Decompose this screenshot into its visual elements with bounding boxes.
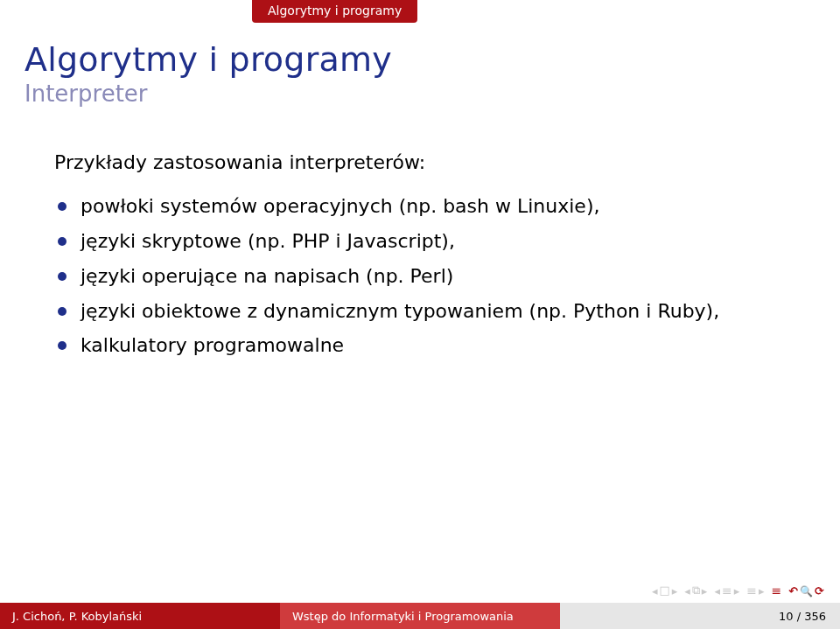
list-item: języki operujące na napisach (np. Perl) [54, 262, 786, 290]
slide-title: Algorytmy i programy [24, 40, 392, 79]
nav-next-icon[interactable] [672, 585, 678, 597]
nav-prev-icon[interactable] [652, 585, 658, 597]
footer-author: J. Cichoń, P. Kobylański [12, 610, 142, 623]
footer: J. Cichoń, P. Kobylański Wstęp do Inform… [0, 603, 840, 629]
nav-frame-icon[interactable] [660, 585, 670, 597]
nav-next-section-icon[interactable] [702, 585, 708, 597]
intro-text: Przykłady zastosowania interpreterów: [54, 149, 786, 177]
nav-controls [652, 580, 824, 601]
nav-next-slide-icon[interactable] [734, 585, 740, 597]
footer-author-cell: J. Cichoń, P. Kobylański [0, 603, 280, 629]
list-item-label: języki skryptowe (np. PHP i Javascript), [80, 230, 455, 252]
list-item-label: języki obiektowe z dynamicznym typowanie… [80, 300, 719, 322]
footer-page: 10 / 356 [779, 610, 826, 623]
nav-search-icon[interactable] [800, 585, 813, 597]
nav-menu-icon[interactable] [746, 584, 757, 597]
list-item-label: języki operujące na napisach (np. Perl) [80, 265, 453, 287]
footer-course-cell: Wstęp do Informatyki i Programowania [280, 603, 560, 629]
section-label: Algorytmy i programy [268, 3, 402, 17]
nav-outline-icon[interactable] [722, 584, 732, 597]
nav-replay-icon[interactable] [815, 585, 824, 597]
nav-goto-icon[interactable] [771, 584, 781, 597]
nav-forward-icon[interactable] [759, 585, 765, 597]
nav-sections-icon[interactable] [692, 585, 700, 597]
list-item: języki skryptowe (np. PHP i Javascript), [54, 227, 786, 255]
slide-body: Przykłady zastosowania interpreterów: po… [54, 149, 786, 367]
section-tab: Algorytmy i programy [252, 0, 417, 23]
list-item-label: powłoki systemów operacyjnych (np. bash … [80, 195, 599, 217]
list-item-label: kalkulatory programowalne [80, 334, 344, 356]
list-item: języki obiektowe z dynamicznym typowanie… [54, 297, 786, 325]
list-item: powłoki systemów operacyjnych (np. bash … [54, 192, 786, 220]
title-block: Algorytmy i programy Interpreter [24, 40, 392, 107]
footer-course: Wstęp do Informatyki i Programowania [292, 610, 514, 623]
slide: Algorytmy i programy Algorytmy i program… [0, 0, 840, 629]
nav-back-icon[interactable] [788, 585, 798, 597]
nav-prev-slide-icon[interactable] [714, 585, 720, 597]
footer-page-cell: 10 / 356 [560, 603, 840, 629]
nav-prev-section-icon[interactable] [684, 585, 690, 597]
bullet-list: powłoki systemów operacyjnych (np. bash … [54, 192, 786, 360]
slide-subtitle: Interpreter [24, 80, 392, 107]
list-item: kalkulatory programowalne [54, 332, 786, 360]
